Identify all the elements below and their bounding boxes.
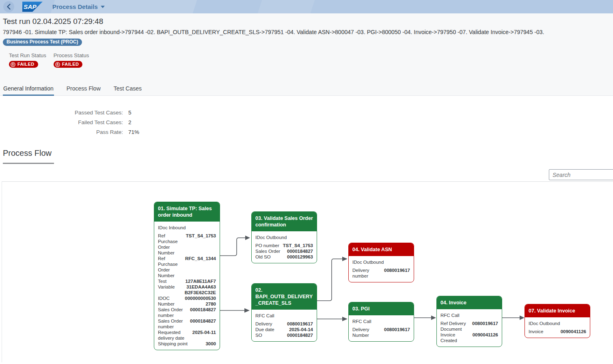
node-attribute: Delivery Number 0080019617	[352, 327, 410, 338]
node-attribute: Delivery 0080019617	[255, 321, 313, 327]
node-body: RFC Call Delivery 0080019617 Due date 20…	[252, 310, 317, 341]
node-title: 03. Validate Sales Order confirmation	[252, 212, 317, 231]
attribute-label: IDOC Number	[158, 295, 182, 307]
attribute-value: 0000000005302780	[184, 295, 216, 307]
attribute-value: 3000	[205, 341, 216, 347]
attribute-label: Requested delivery date	[158, 330, 190, 341]
flow-node-07-validate-invoice[interactable]: 07. Validate Invoice IDoc Outbound Invoi…	[525, 304, 590, 338]
form-label: Passed Test Cases:	[0, 109, 123, 117]
attribute-value: 0080019617	[287, 321, 313, 327]
attribute-label: Delivery Number	[352, 327, 382, 338]
node-section-label: IDoc Outbound	[352, 259, 410, 265]
process-status: Process Status ! FAILED	[54, 52, 89, 68]
attribute-value: TST_S4_1753	[186, 233, 216, 239]
attribute-value: 0090041126	[561, 329, 586, 334]
form-value: 5	[128, 109, 132, 117]
attribute-label: Invoice Created	[440, 332, 470, 343]
flow-node-04-validate-asn[interactable]: 04. Validate ASN IDoc Outbound Delivery …	[348, 243, 414, 282]
tab-test-cases[interactable]: Test Cases	[113, 82, 142, 96]
attribute-value: 0080019617	[384, 327, 410, 332]
app-title: Process Details	[52, 3, 98, 10]
status-badge: ! FAILED	[54, 61, 83, 68]
process-flow-heading: Process Flow	[3, 148, 613, 158]
node-section-label: RFC Call	[255, 313, 313, 319]
flow-node-03-pgi[interactable]: 03. PGI RFC Call Delivery Number 0080019…	[348, 302, 414, 342]
attribute-label: Test Variable	[158, 278, 182, 290]
node-section-label: IDoc Outbound	[529, 321, 586, 326]
page-title: Test run 02.04.2025 07:29:48	[3, 17, 610, 26]
attribute-value: 0000184827	[287, 332, 313, 338]
flow-node-01-simulate-tp[interactable]: 01. Simulate TP: Sales order inbound IDo…	[154, 202, 220, 350]
attribute-value: RFC_S4_1344	[185, 256, 216, 261]
node-attribute: IDOC Number 0000000005302780	[158, 295, 216, 307]
node-attribute: Invoice Created 0090041126	[440, 332, 498, 343]
node-body: IDoc Inbound Ref Purchase Order Number T…	[154, 222, 220, 350]
error-icon: !	[11, 62, 15, 67]
attribute-label: Ref Purchase Order Number	[158, 256, 183, 278]
node-body: IDoc Outbound PO number TST_S4_1753 Sale…	[252, 231, 317, 263]
attribute-label: Ref Purchase Order Number	[158, 233, 183, 256]
back-button[interactable]	[3, 1, 14, 12]
chevron-down-icon	[101, 6, 105, 8]
attribute-value: 127A8E11AF731EDAA4A63B2F3E62C32E	[184, 278, 216, 295]
flow-node-03-validate-sales-order[interactable]: 03. Validate Sales Order confirmation ID…	[251, 211, 317, 263]
search-input[interactable]	[549, 169, 613, 180]
node-attribute: Sales Order number 0000184827	[158, 307, 216, 318]
node-attribute: Test Variable 127A8E11AF731EDAA4A63B2F3E…	[158, 278, 216, 295]
attribute-label: Shipping point	[158, 341, 203, 347]
flow-node-04-invoice[interactable]: 04. Invoice RFC Call Ref Delivery Docume…	[436, 296, 502, 347]
svg-text:SAP: SAP	[24, 3, 37, 10]
attribute-value: 0000184827	[190, 307, 216, 312]
node-body: IDoc Outbound Delivery number 0080019617	[349, 256, 414, 282]
tab-general-information[interactable]: General Information	[3, 82, 54, 96]
attribute-label: Ref Delivery Document	[440, 321, 470, 332]
form-row: Passed Test Cases: 5	[0, 109, 613, 117]
status-badge: ! FAILED	[9, 61, 38, 68]
node-title: 01. Simulate TP: Sales order inbound	[154, 202, 220, 222]
process-type-badge: Business Process Test (PROC)	[3, 39, 82, 46]
status-label: Test Run Status	[9, 52, 46, 59]
attribute-value: 0080019617	[472, 321, 498, 326]
status-row: Test Run Status ! FAILED Process Status …	[9, 52, 610, 68]
attribute-label: Sales Order number	[158, 307, 188, 318]
attribute-label: Sales Order	[255, 248, 285, 254]
status-value: FAILED	[62, 62, 79, 67]
attribute-value: 0000184827	[190, 318, 216, 324]
node-attribute: SO 0000184827	[255, 332, 313, 338]
node-attribute: Due date 2025-04-14	[255, 327, 313, 332]
flow-toolbar	[0, 164, 613, 181]
node-attribute: Ref Purchase Order Number RFC_S4_1344	[158, 256, 216, 278]
node-body: IDoc Outbound Invoice 0090041126	[525, 317, 590, 338]
status-label: Process Status	[54, 52, 89, 59]
flow-node-02-bapi-outb-delivery[interactable]: 02. BAPI_OUTB_DELIVERY_CREATE_SLS RFC Ca…	[251, 283, 317, 342]
node-title: 07. Validate Invoice	[525, 304, 590, 317]
app-title-menu[interactable]: Process Details	[52, 3, 105, 10]
object-header: Test run 02.04.2025 07:29:48 797946 -01.…	[0, 13, 613, 82]
form-label: Failed Test Cases:	[0, 118, 123, 127]
process-details-page: SAP Process Details Test run 02.04.2025 …	[0, 0, 613, 364]
node-attribute: Ref Purchase Order Number TST_S4_1753	[158, 233, 216, 256]
node-section-label: IDoc Outbound	[255, 235, 313, 240]
form-row: Pass Rate: 71%	[0, 128, 613, 136]
form-value: 2	[128, 118, 132, 127]
general-information-section: Passed Test Cases: 5 Failed Test Cases: …	[0, 109, 613, 136]
attribute-value: 0000129963	[287, 254, 313, 260]
node-title: 04. Validate ASN	[349, 243, 414, 256]
page-subtitle: 797946 -01. Simulate TP: Sales order inb…	[3, 28, 610, 36]
node-attribute: Invoice 0090041126	[529, 329, 586, 334]
attribute-value: 0090041126	[473, 332, 498, 338]
node-section-label: RFC Call	[352, 319, 410, 324]
node-attribute: Ref Delivery Document 0080019617	[440, 321, 498, 332]
form-label: Pass Rate:	[0, 128, 123, 136]
sap-logo: SAP	[22, 2, 43, 12]
attribute-value: 0000184827	[287, 248, 313, 254]
attribute-label: Invoice	[529, 329, 558, 334]
process-flow-canvas: 01. Simulate TP: Sales order inbound IDo…	[2, 181, 613, 362]
form-row: Failed Test Cases: 2	[0, 118, 613, 127]
node-attribute: PO number TST_S4_1753	[255, 243, 313, 248]
node-attribute: Requested delivery date 2025-04-11	[158, 330, 216, 341]
attribute-value: TST_S4_1753	[283, 243, 313, 248]
attribute-label: Sales Order number	[158, 318, 188, 330]
attribute-value: 0080019617	[384, 267, 410, 273]
tab-process-flow[interactable]: Process Flow	[66, 82, 101, 96]
